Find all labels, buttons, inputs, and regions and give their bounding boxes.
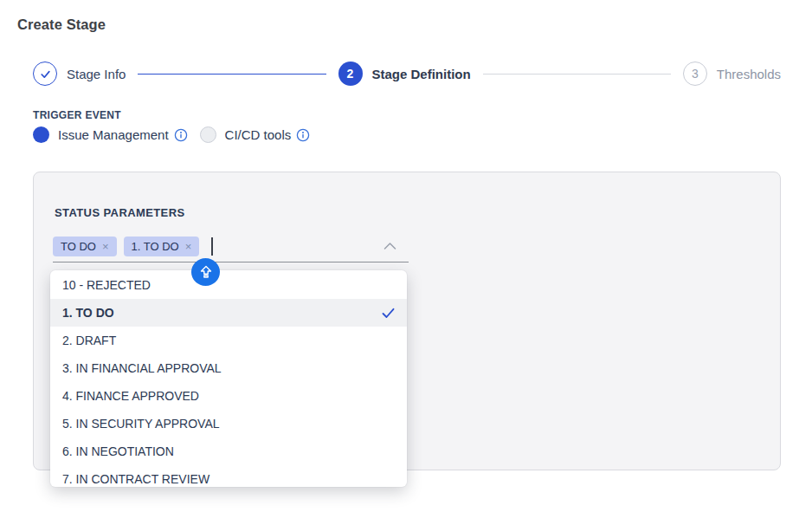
stepper: Stage Info 2 Stage Definition 3 Threshol… (33, 61, 781, 87)
option-label: 5. IN SECURITY APPROVAL (62, 417, 220, 431)
dropdown-option-4-finance-approved[interactable]: 4. FINANCE APPROVED (50, 382, 407, 410)
dropdown-option-10-rejected[interactable]: 10 - REJECTED (50, 271, 407, 299)
dropdown-option-6-in-negotiation[interactable]: 6. IN NEGOTIATION (50, 437, 407, 465)
text-cursor-caret (211, 237, 213, 256)
step-number-badge-3: 3 (683, 62, 707, 86)
dropdown-option-1-to-do[interactable]: 1. TO DO (50, 299, 407, 327)
chip-label: 1. TO DO (132, 240, 179, 253)
create-stage-page: Create Stage Stage Info 2 Stage Definiti… (0, 0, 812, 512)
chip-remove-icon[interactable]: × (185, 240, 192, 253)
info-icon[interactable] (174, 128, 188, 142)
option-label: 10 - REJECTED (62, 278, 151, 292)
chip-1-to-do[interactable]: 1. TO DO × (124, 237, 200, 256)
page-title: Create Stage (17, 16, 106, 33)
step-thresholds[interactable]: 3 Thresholds (683, 62, 781, 86)
step-label-stage-info: Stage Info (67, 67, 126, 81)
option-label: 2. DRAFT (62, 334, 116, 347)
status-dropdown-list: 10 - REJECTED 1. TO DO 2. DRAFT 3. IN FI… (50, 270, 407, 487)
option-label: 7. IN CONTRACT REVIEW (62, 472, 209, 486)
radio-unselected-icon[interactable] (200, 126, 216, 143)
step-number-badge-2: 2 (338, 62, 363, 86)
status-parameters-label: STATUS PARAMETERS (55, 206, 185, 219)
upload-arrow-cursor-icon (191, 258, 220, 286)
info-icon[interactable] (296, 128, 310, 142)
step-label-stage-definition: Stage Definition (372, 67, 471, 81)
dropdown-option-3-in-financial-approval[interactable]: 3. IN FINANCIAL APPROVAL (50, 354, 407, 382)
chip-remove-icon[interactable]: × (102, 240, 109, 253)
option-label: 4. FINANCE APPROVED (62, 389, 199, 403)
step-completed-check-icon (33, 62, 57, 86)
chip-to-do[interactable]: TO DO × (53, 237, 117, 256)
status-parameters-multiselect[interactable]: TO DO × 1. TO DO × (53, 237, 409, 262)
stepper-connector-upcoming (483, 74, 671, 75)
dropdown-option-5-in-security-approval[interactable]: 5. IN SECURITY APPROVAL (50, 410, 407, 437)
check-icon (382, 308, 395, 319)
step-stage-definition[interactable]: 2 Stage Definition (338, 62, 471, 86)
chip-label: TO DO (61, 240, 96, 253)
trigger-event-label: TRIGGER EVENT (33, 109, 121, 121)
dropdown-option-7-in-contract-review[interactable]: 7. IN CONTRACT REVIEW (50, 465, 407, 487)
stepper-connector-completed (138, 74, 325, 75)
selected-chips: TO DO × 1. TO DO × (53, 237, 213, 256)
option-label: 1. TO DO (62, 306, 114, 320)
step-label-thresholds: Thresholds (717, 67, 781, 81)
radio-selected-icon[interactable] (33, 126, 49, 143)
radio-issue-management[interactable]: Issue Management (33, 126, 188, 143)
chevron-up-icon[interactable] (383, 242, 396, 250)
dropdown-option-2-draft[interactable]: 2. DRAFT (50, 327, 407, 354)
option-label: 3. IN FINANCIAL APPROVAL (62, 361, 222, 375)
trigger-event-options: Issue Management CI/CD tools (33, 126, 310, 143)
radio-label: CI/CD tools (225, 127, 292, 142)
radio-label: Issue Management (58, 127, 169, 142)
step-stage-info[interactable]: Stage Info (33, 62, 126, 86)
option-label: 6. IN NEGOTIATION (62, 444, 174, 458)
radio-cicd-tools[interactable]: CI/CD tools (200, 126, 311, 143)
